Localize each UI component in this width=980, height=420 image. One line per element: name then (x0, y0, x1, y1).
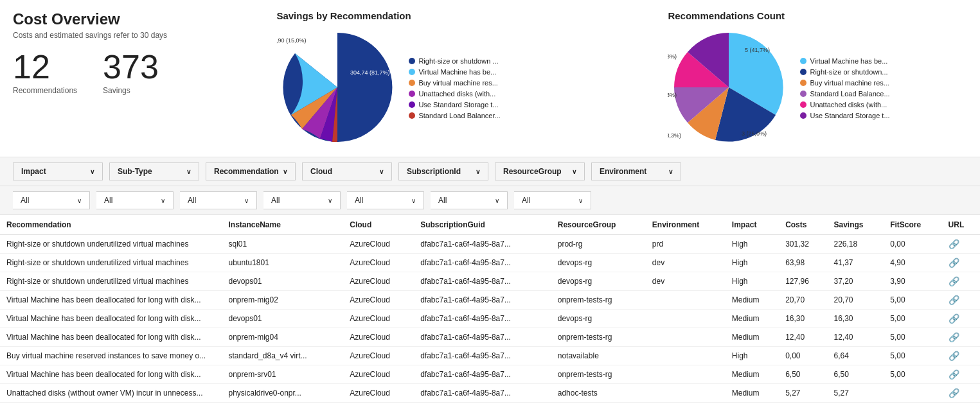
cell-fitscore: 5,00 (884, 365, 941, 384)
cell-cloud: AzureCloud (343, 235, 414, 254)
col-recommendation: Recommendation (0, 215, 222, 235)
rec-legend-item: Virtual Machine has be... (800, 57, 889, 65)
filter-select-resourcegroup[interactable]: All∨ (431, 191, 508, 209)
cell-impact: Medium (726, 291, 779, 310)
url-link-icon[interactable]: 🔗 (949, 313, 959, 324)
cell-instancename: onprem-mig04 (222, 328, 343, 347)
filter-label-recommendation[interactable]: Recommendation∨ (206, 162, 296, 180)
cell-url[interactable]: 🔗 (942, 384, 980, 403)
cell-instancename: ubuntu1801 (222, 254, 343, 272)
url-link-icon[interactable]: 🔗 (949, 369, 959, 380)
cell-cloud: AzureCloud (343, 254, 414, 272)
col-resourcegroup: ResourceGroup (551, 215, 646, 235)
recommendations-chart: Recommendations Count (668, 10, 889, 150)
table-row: Virtual Machine has been deallocated for… (0, 365, 980, 384)
cell-cloud: AzureCloud (343, 272, 414, 291)
url-link-icon[interactable]: 🔗 (949, 295, 959, 305)
cell-cloud: AzureCloud (343, 328, 414, 347)
savings-chart: Savings by Recommendation (276, 10, 500, 150)
col-url: URL (942, 215, 980, 235)
col-instancename: InstanceName (222, 215, 343, 235)
filter-select-impact[interactable]: All∨ (13, 191, 90, 209)
cell-url[interactable]: 🔗 (942, 254, 980, 272)
filters-section: Impact∨Sub-Type∨Recommendation∨Cloud∨Sub… (0, 157, 980, 215)
url-link-icon[interactable]: 🔗 (949, 258, 959, 268)
table-row: Buy virtual machine reserved instances t… (0, 347, 980, 365)
recommendations-chart-title: Recommendations Count (668, 10, 785, 21)
filter-label-cloud[interactable]: Cloud∨ (302, 162, 392, 180)
cell-impact: High (726, 235, 779, 254)
cell-subscriptionguid: dfabc7a1-ca6f-4a95-8a7... (414, 272, 551, 291)
cell-instancename: onprem-srv01 (222, 365, 343, 384)
filter-label-subscriptionid[interactable]: SubscriptionId∨ (398, 162, 488, 180)
cell-resourcegroup: devops-rg (551, 254, 646, 272)
cell-fitscore: 3,90 (884, 272, 941, 291)
cell-subscriptionguid: dfabc7a1-ca6f-4a95-8a7... (414, 365, 551, 384)
data-table: RecommendationInstanceNameCloudSubscript… (0, 215, 980, 403)
filter-select-environment[interactable]: All∨ (514, 191, 591, 209)
svg-text:1 (8,3%): 1 (8,3%) (668, 92, 677, 98)
svg-text:5 (41,7%): 5 (41,7%) (745, 47, 770, 53)
col-fitscore: FitScore (884, 215, 941, 235)
cell-costs: 301,32 (779, 235, 827, 254)
cell-savings: 12,40 (827, 328, 884, 347)
filter-label-subtype[interactable]: Sub-Type∨ (109, 162, 199, 180)
cell-fitscore: 0,00 (884, 235, 941, 254)
cell-environment (646, 347, 726, 365)
savings-chart-content: 304,74 (81,7%) 55,90 (15,0%) 6,64 (1,8%)… (276, 26, 500, 150)
filter-label-resourcegroup[interactable]: ResourceGroup∨ (495, 162, 585, 180)
url-link-icon[interactable]: 🔗 (949, 239, 959, 249)
cell-environment: prd (646, 235, 726, 254)
col-costs: Costs (779, 215, 827, 235)
cell-impact: Medium (726, 384, 779, 403)
filter-select-subtype[interactable]: All∨ (96, 191, 174, 209)
cell-impact: High (726, 272, 779, 291)
filter-select-recommendation[interactable]: All∨ (180, 191, 257, 209)
rec-legend-item: Use Standard Storage t... (800, 112, 889, 119)
cell-url[interactable]: 🔗 (942, 291, 980, 310)
svg-text:304,74 (81,7%): 304,74 (81,7%) (350, 69, 390, 76)
cell-resourcegroup: onprem-tests-rg (551, 328, 646, 347)
url-link-icon[interactable]: 🔗 (949, 276, 959, 286)
cell-recommendation: Virtual Machine has been deallocated for… (0, 365, 222, 384)
cell-recommendation: Unattached disks (without owner VM) incu… (0, 384, 222, 403)
filter-select-subscriptionid[interactable]: All∨ (347, 191, 424, 209)
savings-legend-item: Virtual Machine has be... (409, 68, 500, 76)
filter-label-environment[interactable]: Environment∨ (591, 162, 681, 180)
cell-costs: 0,00 (779, 347, 827, 365)
cell-costs: 20,70 (779, 291, 827, 310)
charts-section: Savings by Recommendation (199, 10, 967, 150)
cell-fitscore: 5,00 (884, 347, 941, 365)
cell-url[interactable]: 🔗 (942, 347, 980, 365)
col-environment: Environment (646, 215, 726, 235)
table-row: Virtual Machine has been deallocated for… (0, 328, 980, 347)
filter-select-cloud[interactable]: All∨ (263, 191, 341, 209)
cell-environment (646, 291, 726, 310)
cell-environment: dev (646, 272, 726, 291)
cell-resourcegroup: onprem-tests-rg (551, 291, 646, 310)
recommendations-chart-content: 5 (41,7%) 3 (25,0%) 1 (8,3%) 1 (8,3%) 1 … (668, 26, 889, 150)
cell-impact: High (726, 254, 779, 272)
cell-url[interactable]: 🔗 (942, 365, 980, 384)
cell-url[interactable]: 🔗 (942, 310, 980, 328)
table-row: Virtual Machine has been deallocated for… (0, 310, 980, 328)
cell-resourcegroup: devops-rg (551, 272, 646, 291)
col-cloud: Cloud (343, 215, 414, 235)
savings-pie: 304,74 (81,7%) 55,90 (15,0%) 6,64 (1,8%) (276, 26, 398, 150)
filter-label-impact[interactable]: Impact∨ (13, 162, 103, 180)
cell-url[interactable]: 🔗 (942, 272, 980, 291)
cell-savings: 5,27 (827, 384, 884, 403)
cell-savings: 41,37 (827, 254, 884, 272)
cell-costs: 12,40 (779, 328, 827, 347)
recommendations-label: Recommendations (13, 86, 77, 95)
cell-url[interactable]: 🔗 (942, 328, 980, 347)
page-title: Cost Overview (13, 10, 180, 28)
url-link-icon[interactable]: 🔗 (949, 351, 959, 361)
rec-legend-item: Unattached disks (with... (800, 101, 889, 109)
rec-legend-item: Standard Load Balance... (800, 90, 889, 98)
url-link-icon[interactable]: 🔗 (949, 332, 959, 342)
url-link-icon[interactable]: 🔗 (949, 388, 959, 398)
cell-url[interactable]: 🔗 (942, 235, 980, 254)
svg-text:1 (8,3%): 1 (8,3%) (668, 53, 677, 60)
cell-subscriptionguid: dfabc7a1-ca6f-4a95-8a7... (414, 347, 551, 365)
